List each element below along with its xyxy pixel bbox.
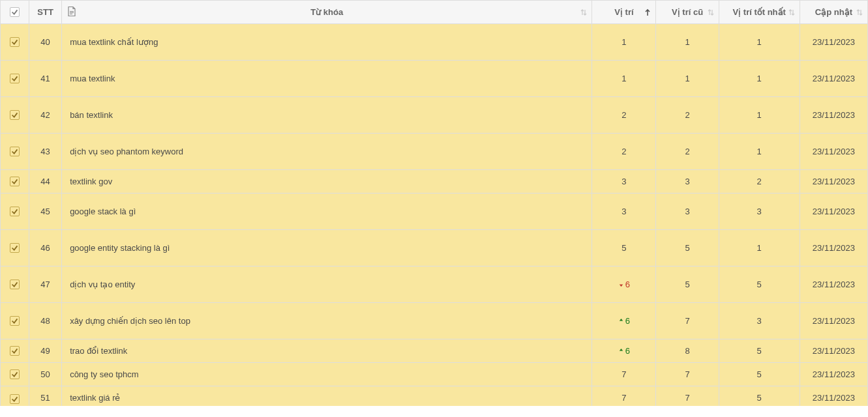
row-checkbox[interactable] <box>10 177 20 186</box>
row-keyword[interactable]: mua textlink chất lượng <box>62 24 592 61</box>
header-keyword[interactable]: Từ khóa <box>62 1 592 24</box>
table-row: 42bán textlink22123/11/2023 <box>1 97 868 134</box>
row-checkbox-cell <box>1 303 29 339</box>
header-position-label: Vị trí <box>614 7 633 17</box>
header-best-position[interactable]: Vị trí tốt nhất <box>719 1 800 24</box>
table-row: 43dịch vụ seo phantom keyword22123/11/20… <box>1 134 868 170</box>
row-position: 1 <box>592 24 656 61</box>
row-best-position: 5 <box>719 386 800 406</box>
row-position: 3 <box>592 194 656 230</box>
row-position: 6 <box>592 266 656 303</box>
row-best-position: 5 <box>719 339 800 363</box>
row-old-position: 2 <box>656 134 719 170</box>
row-best-position: 5 <box>719 363 800 386</box>
position-value: 6 <box>625 280 630 289</box>
row-old-position: 1 <box>656 24 719 61</box>
header-position[interactable]: Vị trí <box>592 1 656 24</box>
row-updated: 23/11/2023 <box>800 61 867 97</box>
row-stt: 40 <box>29 24 62 61</box>
arrow-down-icon <box>618 281 624 288</box>
header-updated-label: Cập nhật <box>815 7 852 17</box>
table-row: 49trao đổi textlink68523/11/2023 <box>1 339 868 363</box>
row-checkbox[interactable] <box>10 316 20 326</box>
table-row: 47dịch vụ tạo entity65523/11/2023 <box>1 266 868 303</box>
row-keyword[interactable]: bán textlink <box>62 97 592 134</box>
row-keyword[interactable]: textlink gov <box>62 170 592 194</box>
row-checkbox-cell <box>1 170 29 194</box>
row-checkbox-cell <box>1 97 29 134</box>
row-stt: 47 <box>29 266 62 303</box>
row-checkbox[interactable] <box>10 207 20 216</box>
row-updated: 23/11/2023 <box>800 24 867 61</box>
row-updated: 23/11/2023 <box>800 363 867 386</box>
sort-icon <box>788 8 796 16</box>
row-stt: 49 <box>29 339 62 363</box>
row-keyword[interactable]: mua textlink <box>62 61 592 97</box>
row-stt: 50 <box>29 363 62 386</box>
row-old-position: 5 <box>656 266 719 303</box>
table-row: 50công ty seo tphcm77523/11/2023 <box>1 363 868 386</box>
row-stt: 48 <box>29 303 62 339</box>
header-old-position[interactable]: Vị trí cũ <box>656 1 719 24</box>
row-best-position: 3 <box>719 303 800 339</box>
row-position: 6 <box>592 303 656 339</box>
row-checkbox[interactable] <box>10 147 20 156</box>
row-checkbox[interactable] <box>10 243 20 253</box>
row-checkbox-cell <box>1 230 29 266</box>
row-keyword[interactable]: công ty seo tphcm <box>62 363 592 386</box>
position-value: 6 <box>625 316 630 326</box>
header-stt-label: STT <box>37 7 53 17</box>
row-best-position: 1 <box>719 61 800 97</box>
row-keyword[interactable]: textlink giá rẻ <box>62 386 592 406</box>
row-best-position: 1 <box>719 230 800 266</box>
row-checkbox[interactable] <box>10 37 20 47</box>
row-keyword[interactable]: google entity stacking là gì <box>62 230 592 266</box>
row-checkbox[interactable] <box>10 394 20 404</box>
row-keyword[interactable]: dịch vụ tạo entity <box>62 266 592 303</box>
row-checkbox-cell <box>1 363 29 386</box>
row-checkbox[interactable] <box>10 74 20 83</box>
row-stt: 43 <box>29 134 62 170</box>
row-keyword[interactable]: dịch vụ seo phantom keyword <box>62 134 592 170</box>
header-keyword-label: Từ khóa <box>310 7 343 17</box>
row-best-position: 1 <box>719 24 800 61</box>
table-row: 40mua textlink chất lượng11123/11/2023 <box>1 24 868 61</box>
header-stt[interactable]: STT <box>29 1 62 24</box>
row-stt: 42 <box>29 97 62 134</box>
row-checkbox-cell <box>1 339 29 363</box>
position-value: 6 <box>625 346 630 356</box>
keyword-ranking-table: STT Từ khóa Vị trí <box>0 0 868 406</box>
header-old-position-label: Vị trí cũ <box>672 7 703 17</box>
header-updated[interactable]: Cập nhật <box>800 1 867 24</box>
row-updated: 23/11/2023 <box>800 170 867 194</box>
header-best-position-label: Vị trí tốt nhất <box>733 7 786 17</box>
row-checkbox-cell <box>1 24 29 61</box>
row-updated: 23/11/2023 <box>800 230 867 266</box>
row-checkbox-cell <box>1 266 29 303</box>
row-keyword[interactable]: trao đổi textlink <box>62 339 592 363</box>
row-checkbox[interactable] <box>10 346 20 356</box>
row-updated: 23/11/2023 <box>800 303 867 339</box>
select-all-checkbox[interactable] <box>10 7 20 17</box>
row-keyword[interactable]: xây dựng chiến dịch seo lên top <box>62 303 592 339</box>
table-header-row: STT Từ khóa Vị trí <box>1 1 868 24</box>
row-position: 2 <box>592 97 656 134</box>
row-checkbox-cell <box>1 61 29 97</box>
sort-icon <box>580 8 588 16</box>
row-position: 5 <box>592 230 656 266</box>
row-keyword[interactable]: google stack là gì <box>62 194 592 230</box>
row-checkbox[interactable] <box>10 110 20 120</box>
row-updated: 23/11/2023 <box>800 194 867 230</box>
row-position: 3 <box>592 170 656 194</box>
row-old-position: 8 <box>656 339 719 363</box>
row-best-position: 2 <box>719 170 800 194</box>
table-row: 48xây dựng chiến dịch seo lên top67323/1… <box>1 303 868 339</box>
row-checkbox[interactable] <box>10 369 20 379</box>
row-checkbox-cell <box>1 386 29 406</box>
row-best-position: 1 <box>719 134 800 170</box>
row-checkbox[interactable] <box>10 280 20 289</box>
sort-icon <box>707 8 715 16</box>
row-old-position: 2 <box>656 97 719 134</box>
row-stt: 41 <box>29 61 62 97</box>
row-old-position: 7 <box>656 363 719 386</box>
